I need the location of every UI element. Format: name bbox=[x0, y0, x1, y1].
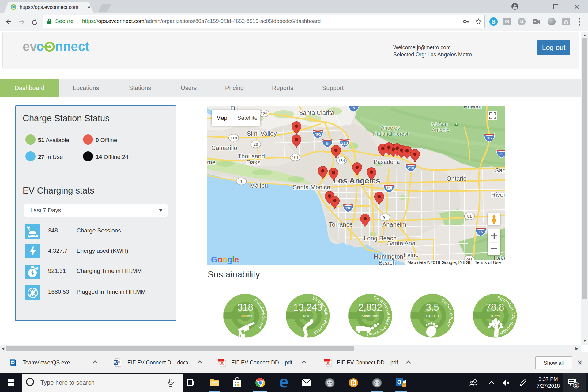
svg-text:Camarillo: Camarillo bbox=[211, 145, 237, 151]
svg-text:Thousand: Thousand bbox=[238, 153, 265, 160]
svg-text:210: 210 bbox=[341, 141, 348, 145]
svg-text:me: me bbox=[207, 159, 216, 166]
svg-text:Oaks: Oaks bbox=[246, 159, 261, 166]
svg-text:134: 134 bbox=[338, 158, 345, 163]
svg-text:Torrance: Torrance bbox=[329, 221, 353, 228]
svg-text:Phelan: Phelan bbox=[464, 106, 482, 109]
svg-text:Trees: Trees bbox=[490, 314, 500, 318]
svg-text:Map data ©2018 Google, INEGI: Map data ©2018 Google, INEGI bbox=[407, 260, 470, 265]
svg-text:78.8: 78.8 bbox=[486, 302, 504, 313]
svg-text:Anaheim: Anaheim bbox=[382, 221, 406, 228]
svg-text:Kilograms: Kilograms bbox=[361, 314, 379, 318]
svg-text:San: San bbox=[495, 167, 505, 174]
svg-text:Santa Monica: Santa Monica bbox=[293, 184, 330, 190]
svg-text:Miles: Miles bbox=[303, 314, 313, 318]
svg-text:Beach: Beach bbox=[379, 259, 396, 265]
svg-text:o: o bbox=[217, 255, 223, 264]
svg-text:Malibu: Malibu bbox=[250, 182, 268, 189]
svg-text:91: 91 bbox=[383, 215, 387, 220]
svg-text:Satellite: Satellite bbox=[237, 115, 258, 121]
svg-text:110: 110 bbox=[345, 206, 352, 210]
svg-text:15: 15 bbox=[487, 136, 492, 140]
svg-text:3.5: 3.5 bbox=[426, 302, 439, 313]
svg-text:1: 1 bbox=[240, 179, 243, 184]
svg-text:Ontario: Ontario bbox=[447, 175, 467, 182]
svg-text:15: 15 bbox=[479, 230, 483, 234]
svg-text:405: 405 bbox=[315, 132, 321, 137]
svg-text:W: W bbox=[114, 361, 118, 365]
svg-text:Santa Ana: Santa Ana bbox=[387, 240, 416, 247]
svg-text:5: 5 bbox=[326, 141, 328, 146]
svg-text:Mt San: Mt San bbox=[431, 121, 448, 127]
svg-text:2,832: 2,832 bbox=[358, 302, 382, 313]
svg-text:318: 318 bbox=[237, 302, 253, 313]
svg-text:Angeles: Angeles bbox=[381, 125, 400, 131]
svg-text:Irvine: Irvine bbox=[404, 251, 419, 258]
svg-text:nnect: nnect bbox=[55, 41, 89, 54]
svg-text:e: e bbox=[234, 255, 239, 264]
svg-text:G: G bbox=[211, 255, 217, 264]
svg-text:Rivers: Rivers bbox=[491, 191, 505, 198]
svg-text:Map: Map bbox=[216, 115, 227, 121]
svg-text:118: 118 bbox=[230, 136, 237, 140]
svg-text:Simi Valley: Simi Valley bbox=[247, 130, 277, 137]
svg-text:126: 126 bbox=[261, 111, 268, 116]
svg-text:Terms of Use: Terms of Use bbox=[475, 260, 501, 265]
svg-text:g: g bbox=[227, 255, 232, 264]
svg-text:91: 91 bbox=[467, 214, 472, 219]
svg-text:605: 605 bbox=[386, 187, 392, 191]
svg-text:101: 101 bbox=[292, 155, 299, 160]
svg-text:13,243: 13,243 bbox=[293, 302, 322, 313]
svg-text:National Forest: National Forest bbox=[373, 131, 409, 137]
svg-text:5: 5 bbox=[352, 106, 355, 110]
svg-text:Antonio: Antonio bbox=[432, 127, 450, 133]
svg-text:210: 210 bbox=[408, 166, 414, 170]
svg-text:o: o bbox=[222, 255, 228, 264]
svg-text:ev: ev bbox=[23, 41, 37, 54]
svg-text:23: 23 bbox=[253, 142, 258, 147]
svg-text:Credits: Credits bbox=[426, 314, 439, 318]
svg-text:Pasadena: Pasadena bbox=[374, 159, 400, 165]
svg-text:21: 21 bbox=[499, 152, 504, 156]
svg-text:Huntington: Huntington bbox=[374, 253, 403, 260]
svg-text:Gallons: Gallons bbox=[239, 314, 252, 318]
svg-text:Santa Clarita: Santa Clarita bbox=[299, 109, 334, 116]
svg-text:1: 1 bbox=[575, 383, 577, 388]
